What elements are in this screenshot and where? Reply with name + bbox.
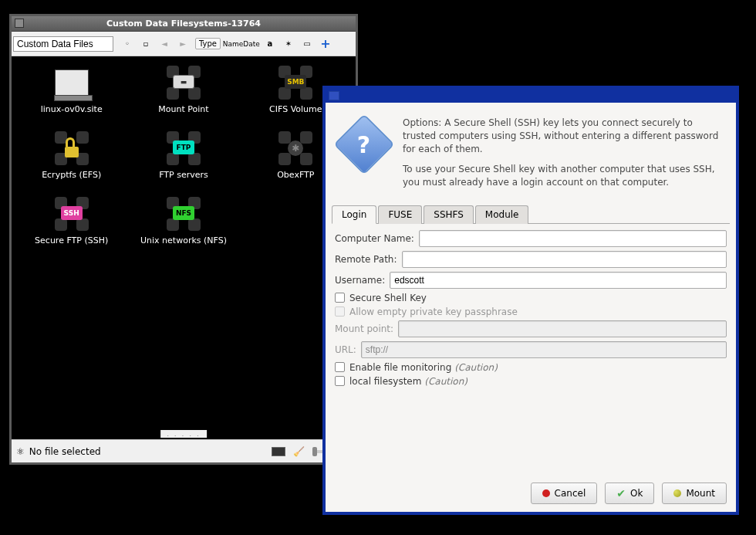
tab-fuse[interactable]: FUSE	[378, 205, 422, 224]
url-input	[361, 341, 727, 358]
status-monitor-icon[interactable]	[272, 447, 285, 456]
mount-point-input	[398, 320, 727, 337]
bt-icon: ✱	[277, 130, 314, 167]
icon-area: linux-ov0v.site▬Mount PointSMBCIFS Volum…	[12, 56, 356, 427]
remote-path-input[interactable]	[402, 251, 727, 268]
secure-shell-key-label: Secure Shell Key	[349, 293, 427, 303]
font-a-icon[interactable]: a	[264, 38, 276, 50]
mount-dot-icon	[673, 489, 681, 497]
lock-icon	[53, 130, 90, 167]
doc-icon[interactable]: ▭	[301, 38, 313, 50]
toolbar-fwd-icon[interactable]: ►	[177, 38, 189, 50]
fs-item-mount[interactable]: ▬Mount Point	[131, 64, 235, 114]
remote-path-label: Remote Path:	[335, 254, 397, 265]
mount-button[interactable]: Mount	[662, 483, 727, 504]
ok-check-icon: ✔	[616, 487, 626, 499]
toolbar-icon-2[interactable]: ▫	[140, 38, 152, 50]
dialog-titlebar[interactable]	[326, 89, 736, 103]
date-button[interactable]: Date	[245, 38, 258, 50]
toolbar-icon-1[interactable]: ◦	[121, 38, 133, 50]
fs-item-computer[interactable]: linux-ov0v.site	[19, 64, 123, 114]
username-label: Username:	[335, 275, 385, 286]
enable-monitoring-checkbox[interactable]	[335, 362, 345, 372]
local-fs-checkbox[interactable]	[335, 376, 345, 386]
computer-icon	[53, 64, 90, 101]
local-fs-label: local filesystem (Caution)	[349, 376, 467, 387]
toolbar-back-icon[interactable]: ◄	[158, 38, 170, 50]
smb-icon: SMB	[277, 64, 314, 101]
fs-item-label: FTP servers	[159, 170, 208, 180]
window-menu-button[interactable]	[15, 19, 24, 28]
fs-item-label: Mount Point	[158, 104, 208, 114]
fs-item-nfs[interactable]: NFSUnix networks (NFS)	[131, 195, 235, 245]
mount-icon: ▬	[165, 64, 202, 101]
allow-empty-checkbox	[335, 306, 345, 317]
computer-name-label: Computer Name:	[335, 233, 414, 244]
ok-button[interactable]: ✔ Ok	[605, 483, 654, 504]
star-icon[interactable]: ✶	[282, 38, 295, 50]
fs-item-label: linux-ov0v.site	[41, 104, 103, 114]
path-input[interactable]	[13, 36, 113, 52]
dialog-menu-button[interactable]	[329, 91, 339, 100]
titlebar[interactable]: Custom Data Filesystems-13764	[12, 16, 356, 32]
tab-bar: LoginFUSESSHFSModule	[332, 205, 730, 224]
type-button[interactable]: Type	[195, 38, 221, 49]
help-text: Options: A Secure Shell (SSH) key lets y…	[403, 117, 725, 197]
nfs-icon: NFS	[165, 195, 202, 232]
dialog-window: ? Options: A Secure Shell (SSH) key lets…	[322, 86, 739, 515]
computer-name-input[interactable]	[419, 230, 727, 247]
status-broom-icon[interactable]: 🧹	[293, 446, 305, 457]
status-text: No file selected	[29, 446, 101, 457]
fs-item-ssh[interactable]: SSHSecure FTP (SSH)	[19, 195, 123, 245]
fs-item-label: Ecryptfs (EFS)	[42, 170, 101, 180]
window-title: Custom Data Filesystems-13764	[106, 19, 261, 29]
tab-sshfs[interactable]: SSHFS	[424, 205, 474, 224]
resize-grip[interactable]: . . . . .	[160, 430, 207, 438]
fs-item-lock[interactable]: Ecryptfs (EFS)	[19, 130, 123, 180]
cancel-dot-icon	[542, 489, 550, 497]
status-icon: ⚛	[16, 446, 25, 457]
question-icon: ?	[336, 117, 392, 172]
username-input[interactable]	[390, 272, 727, 289]
main-window: Custom Data Filesystems-13764 ◦ ▫ ◄ ► Ty…	[9, 14, 358, 465]
enable-monitoring-label: Enable file monitoring (Caution)	[349, 362, 498, 373]
toolbar: ◦ ▫ ◄ ► Type Name Date a ✶ ▭ +	[12, 32, 356, 56]
secure-shell-key-checkbox[interactable]	[335, 293, 345, 303]
fs-item-ftp[interactable]: FTPFTP servers	[131, 130, 235, 180]
tab-module[interactable]: Module	[475, 205, 529, 224]
plus-icon[interactable]: +	[319, 38, 332, 50]
login-form: Computer Name: Remote Path: Username: Se…	[326, 224, 736, 396]
fs-item-label: Unix networks (NFS)	[140, 235, 227, 245]
mount-point-label: Mount point:	[335, 323, 393, 334]
statusbar: ⚛ No file selected 🧹	[12, 439, 356, 462]
tab-login[interactable]: Login	[332, 205, 376, 224]
fs-item-label: ObexFTP	[277, 170, 314, 180]
fs-item-label: Secure FTP (SSH)	[35, 235, 108, 245]
ssh-icon: SSH	[53, 195, 90, 232]
ftp-icon: FTP	[165, 130, 202, 167]
fs-item-label: CIFS Volume	[269, 104, 322, 114]
allow-empty-label: Allow empty private key passphrase	[349, 306, 518, 317]
url-label: URL:	[335, 344, 356, 355]
cancel-button[interactable]: Cancel	[531, 483, 598, 504]
name-button[interactable]: Name	[227, 38, 239, 50]
